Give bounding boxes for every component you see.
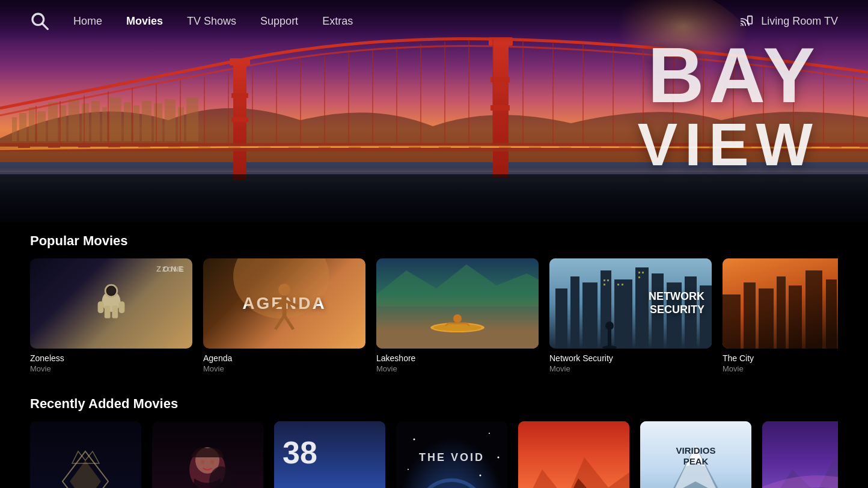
movie-thumb-network-security: NETWORKSECURITY — [549, 258, 712, 349]
svg-rect-31 — [491, 105, 510, 111]
movie-card-the-void[interactable]: THE VOID — [396, 421, 507, 488]
popular-movies-row: ZONE Zoneless Movie — [30, 258, 838, 373]
svg-point-150 — [480, 475, 481, 477]
nav-link-support[interactable]: Support — [260, 15, 298, 28]
nav-link-extras[interactable]: Extras — [322, 15, 353, 28]
nav-link-movies[interactable]: Movies — [126, 15, 163, 28]
popular-movies-title: Popular Movies — [30, 222, 838, 249]
svg-rect-120 — [789, 285, 802, 349]
svg-rect-109 — [638, 276, 640, 278]
svg-rect-9 — [82, 103, 89, 141]
movie-title-agenda: Agenda — [203, 353, 365, 363]
movie-thumb-downtown: 38 — [274, 421, 385, 488]
svg-rect-14 — [133, 105, 139, 141]
svg-rect-30 — [491, 77, 510, 82]
main-content: Popular Movies — [0, 222, 868, 488]
svg-rect-117 — [744, 282, 756, 349]
svg-rect-107 — [638, 272, 640, 273]
svg-rect-3 — [19, 113, 26, 141]
svg-rect-105 — [607, 279, 609, 281]
svg-rect-19 — [186, 97, 198, 141]
svg-rect-110 — [617, 284, 619, 285]
svg-rect-104 — [604, 279, 605, 281]
movie-card-downtown[interactable]: 38 — [274, 421, 385, 488]
movie-thumb-the-city: THE CITY — [723, 258, 838, 349]
cast-button[interactable]: Living Room TV — [738, 14, 838, 28]
movie-subtitle-the-city: Movie — [723, 364, 838, 373]
svg-rect-7 — [60, 105, 66, 141]
svg-rect-94 — [555, 288, 567, 349]
movie-card-lakeshore[interactable]: LAKESHORE — [376, 258, 539, 373]
svg-rect-111 — [622, 284, 623, 285]
movie-card-the-city[interactable]: THE CITY The City Movie — [723, 258, 838, 373]
movie-subtitle-lakeshore: Movie — [376, 364, 539, 373]
navigation: Home Movies TV Shows Support Extras Livi… — [0, 0, 868, 42]
movie-card-viridios-peak[interactable]: VIRIDIOSPEAK — [640, 421, 751, 488]
svg-rect-116 — [723, 294, 741, 349]
popular-movies-section: Popular Movies — [0, 222, 868, 373]
svg-rect-12 — [109, 97, 121, 141]
svg-rect-6 — [48, 102, 58, 141]
cast-label: Living Room TV — [761, 15, 838, 28]
svg-rect-106 — [604, 284, 605, 285]
movie-card-network-security[interactable]: NETWORKSECURITY Network Security Movie — [549, 258, 712, 373]
movie-thumb-viridios-peak: VIRIDIOSPEAK — [640, 421, 751, 488]
recently-added-title: Recently Added Movies — [30, 385, 838, 412]
svg-rect-5 — [37, 111, 46, 141]
movie-card-kingdoms[interactable]: KINGDOMS — [30, 421, 141, 488]
movie-title-zoneless: Zoneless — [30, 353, 192, 363]
svg-point-74 — [107, 287, 115, 295]
svg-point-89 — [453, 314, 462, 323]
movie-thumb-origins — [762, 421, 838, 488]
movie-title-lakeshore: Lakeshore — [376, 353, 539, 363]
svg-rect-13 — [124, 102, 131, 141]
svg-rect-16 — [154, 103, 162, 141]
svg-point-148 — [498, 457, 500, 459]
movie-card-grand-ridge[interactable]: GRANDRIDGE — [518, 421, 629, 488]
movie-thumb-the-void: THE VOID — [396, 421, 507, 488]
svg-point-133 — [201, 460, 204, 465]
movie-title-network-security: Network Security — [549, 353, 712, 363]
svg-rect-98 — [614, 279, 632, 349]
svg-rect-77 — [98, 302, 104, 314]
svg-rect-108 — [642, 272, 644, 273]
hero-title-line1: BAY — [637, 36, 820, 114]
movie-subtitle-zoneless: Movie — [30, 364, 192, 373]
movie-card-agenda[interactable]: AGENDA Agenda Movie — [203, 258, 365, 373]
svg-rect-113 — [608, 329, 611, 347]
recently-added-row: KINGDOMS — [30, 421, 838, 488]
nav-link-home[interactable]: Home — [73, 15, 102, 28]
movie-card-deception[interactable] — [152, 421, 263, 488]
svg-point-146 — [414, 439, 415, 441]
movie-thumb-kingdoms: KINGDOMS — [30, 421, 141, 488]
nav-link-tv-shows[interactable]: TV Shows — [187, 15, 236, 28]
svg-text:38: 38 — [283, 435, 317, 470]
svg-point-134 — [210, 460, 214, 465]
movie-card-origins[interactable] — [762, 421, 838, 488]
hero-fade — [0, 174, 868, 222]
movie-subtitle-network-security: Movie — [549, 364, 712, 373]
movie-card-zoneless[interactable]: ZONE Zoneless Movie — [30, 258, 192, 373]
svg-rect-151 — [518, 421, 629, 488]
movie-thumb-zoneless: ZONE — [30, 258, 192, 349]
movie-title-the-city: The City — [723, 353, 838, 363]
hero-title: BAY VIEW — [637, 36, 820, 174]
svg-rect-119 — [777, 276, 786, 349]
search-button[interactable] — [30, 11, 49, 31]
movie-thumb-agenda: AGENDA — [203, 258, 365, 349]
svg-line-68 — [43, 24, 48, 29]
svg-rect-15 — [142, 101, 151, 141]
hero-title-line2: VIEW — [637, 114, 820, 174]
movie-thumb-lakeshore: LAKESHORE — [376, 258, 539, 349]
svg-rect-18 — [178, 107, 184, 141]
nav-links: Home Movies TV Shows Support Extras — [73, 15, 738, 28]
svg-rect-10 — [91, 101, 100, 141]
svg-point-149 — [408, 469, 409, 470]
svg-rect-75 — [105, 306, 111, 319]
movie-thumb-deception — [152, 421, 263, 488]
svg-rect-96 — [582, 282, 598, 349]
svg-rect-99 — [635, 267, 649, 349]
svg-rect-78 — [119, 302, 125, 314]
svg-rect-11 — [102, 107, 107, 141]
svg-rect-8 — [69, 99, 79, 141]
